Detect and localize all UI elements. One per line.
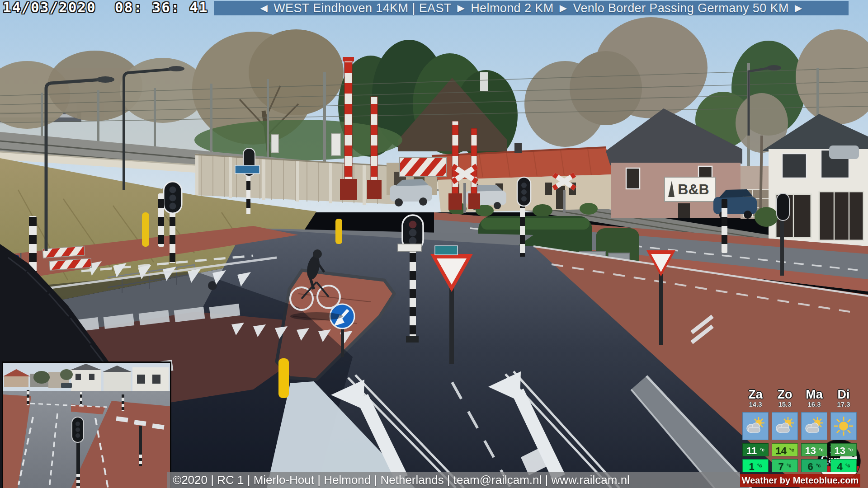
striped-pole	[158, 193, 164, 247]
weather-high-row: 11 °c14 °c13 °c13 °c	[742, 443, 857, 456]
weather-date-label: 16.3	[801, 401, 827, 408]
weather-attribution: Weather by Meteoblue.com	[740, 474, 860, 487]
weather-date-label: 14.3	[742, 401, 769, 408]
sun-icon	[830, 412, 857, 440]
striped-pole	[722, 199, 727, 253]
inset-camera-view	[2, 361, 171, 488]
bnb-sign-text: B&B	[678, 181, 709, 197]
railcam-stream-frame: B&B	[0, 0, 868, 488]
inset-scene	[3, 363, 170, 488]
yellow-bollard	[335, 219, 342, 244]
street-sign	[235, 165, 259, 174]
weather-low-row: 1 °c7 °c6 °c4 °c	[742, 459, 857, 472]
weather-day-label: Di	[830, 388, 857, 401]
weather-day-row: ZaZoMaDi	[742, 388, 857, 401]
weather-low-temp: 1 °c	[742, 459, 769, 472]
weather-widget: ZaZoMaDi 14.315.316.317.3 11 °c14 °c13 °…	[742, 388, 857, 472]
yellow-bollard	[278, 358, 289, 398]
weather-day-label: Zo	[772, 388, 798, 401]
small-sign	[271, 135, 278, 153]
copyright-bar: ©2020 | RC 1 | Mierlo-Hout | Helmond | N…	[167, 472, 740, 488]
weather-icon-row	[742, 412, 857, 440]
weather-day-label: Ma	[801, 388, 827, 401]
small-sign	[398, 244, 421, 251]
sun-behind-cloud-icon	[772, 412, 798, 440]
weather-high-temp: 13 °c	[830, 443, 857, 456]
weather-low-temp: 7 °c	[772, 459, 798, 472]
sun-behind-cloud-icon	[742, 412, 769, 440]
gray-car	[829, 145, 859, 159]
weather-high-temp: 14 °c	[772, 443, 798, 456]
weather-high-temp: 11 °c	[742, 443, 769, 456]
striped-guard-panel	[400, 157, 447, 176]
street-sign	[435, 246, 458, 255]
weather-low-temp: 6 °c	[801, 459, 827, 472]
direction-banner: ◄ WEST Eindhoven 14KM | EAST ► Helmond 2…	[214, 1, 849, 15]
timestamp: 14/03/2020 08: 36: 41	[3, 0, 208, 15]
weather-date-label: 17.3	[830, 401, 857, 408]
weather-low-temp: 4 °c	[830, 459, 857, 472]
weather-day-label: Za	[742, 388, 769, 401]
small-sign	[331, 134, 340, 155]
weather-date-label: 15.3	[772, 401, 798, 408]
weather-date-row: 14.315.316.317.3	[742, 401, 857, 408]
weather-high-temp: 13 °c	[801, 443, 827, 456]
yellow-bollard	[142, 212, 149, 247]
sun-behind-cloud-icon	[801, 412, 827, 440]
